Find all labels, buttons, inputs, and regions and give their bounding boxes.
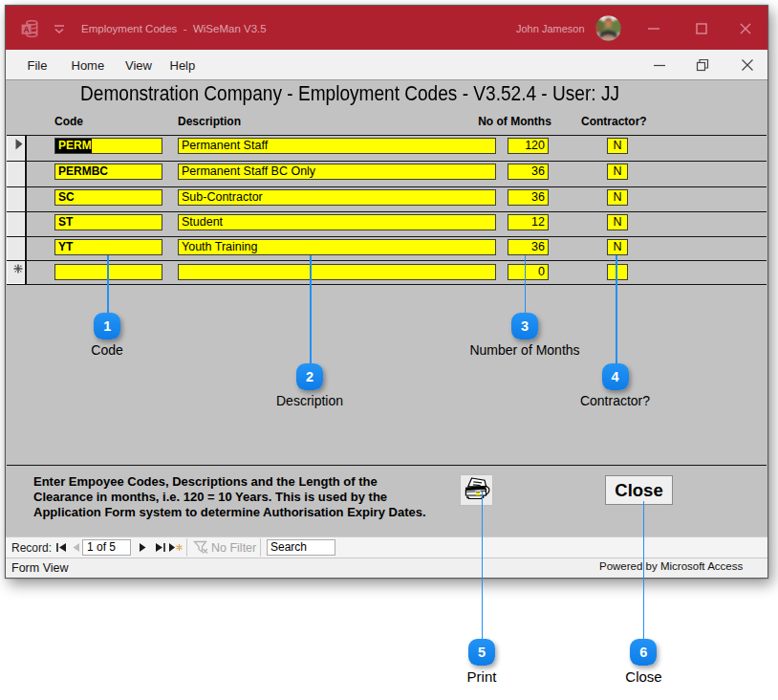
svg-text:A: A — [23, 24, 29, 33]
